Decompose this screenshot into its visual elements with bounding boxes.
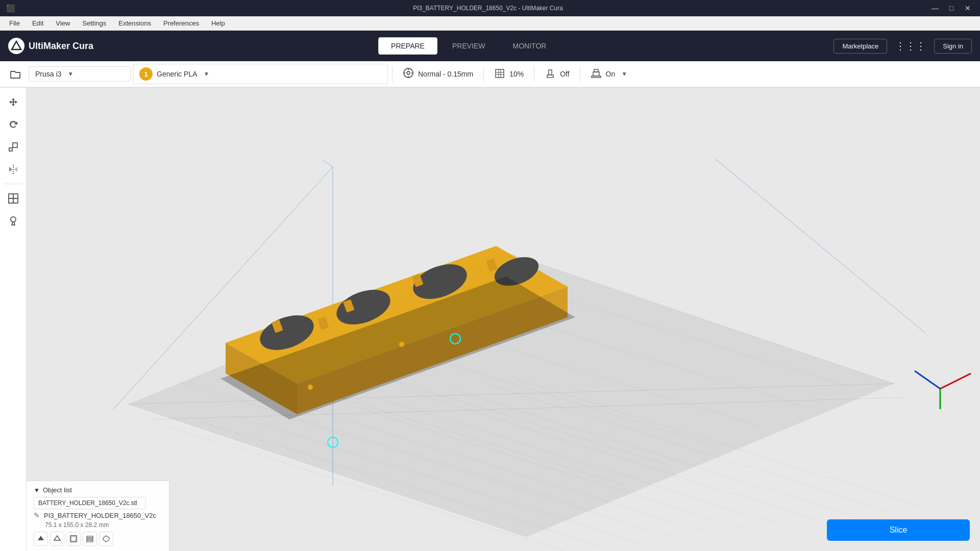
svg-rect-16 <box>594 69 598 72</box>
maximize-button[interactable]: □ <box>945 2 958 14</box>
minimize-button[interactable]: — <box>929 2 941 14</box>
view-perspective-button[interactable] <box>99 532 113 546</box>
move-icon <box>8 96 19 108</box>
object-list-label: Object list <box>43 486 72 494</box>
multiply-tool-button[interactable] <box>3 188 23 209</box>
object-list-header[interactable]: ▼ Object list <box>34 486 162 494</box>
window-controls: — □ ✕ <box>929 2 974 14</box>
open-folder-button[interactable] <box>4 63 27 85</box>
tab-prepare[interactable]: PREPARE <box>378 37 437 55</box>
marketplace-button[interactable]: Marketplace <box>834 39 887 54</box>
svg-marker-76 <box>38 536 44 540</box>
separator-3 <box>534 66 534 82</box>
nav-tabs: PREPARE PREVIEW MONITOR <box>110 37 827 55</box>
view-layers-button[interactable] <box>83 532 97 546</box>
support-paint-icon <box>8 215 19 227</box>
grid-apps-icon[interactable]: ⋮⋮⋮ <box>893 38 928 54</box>
folder-icon <box>10 68 21 80</box>
svg-marker-0 <box>12 41 21 49</box>
svg-rect-17 <box>9 148 12 151</box>
printer-selector[interactable]: Prusa i3 ▼ <box>29 66 131 82</box>
main-content: ▼ Object list BATTERY_HOLDER_18650_V2c.s… <box>0 88 980 551</box>
svg-marker-20 <box>9 167 12 172</box>
edit-name-icon[interactable]: ✎ <box>34 511 40 519</box>
svg-rect-7 <box>496 69 504 78</box>
svg-point-71 <box>308 385 313 390</box>
material-name: Generic PLA <box>157 70 197 78</box>
profile-selector[interactable]: Normal - 0.15mm <box>397 64 479 84</box>
menu-file[interactable]: File <box>4 17 25 29</box>
adhesion-value: On <box>606 70 616 78</box>
viewport-3d[interactable] <box>27 88 980 551</box>
slice-button[interactable]: Slice <box>827 519 970 541</box>
material-dropdown-arrow: ▼ <box>203 70 209 78</box>
logo-icon <box>8 38 24 54</box>
separator-2 <box>483 66 484 82</box>
mirror-tool-button[interactable] <box>3 159 23 180</box>
support-icon <box>545 68 556 81</box>
support-selector[interactable]: Off <box>538 65 575 84</box>
support-paint-button[interactable] <box>3 211 23 231</box>
svg-point-72 <box>399 342 404 347</box>
object-filename: BATTERY_HOLDER_18650_V2c.stl <box>38 499 137 507</box>
menu-view[interactable]: View <box>51 17 75 29</box>
object-dimensions: 75.1 x 155.0 x 28.2 mm <box>45 521 162 529</box>
svg-rect-22 <box>9 194 13 198</box>
close-button[interactable]: ✕ <box>962 2 974 14</box>
material-selector[interactable]: 1 Generic PLA ▼ <box>133 64 388 84</box>
rotate-tool-button[interactable] <box>3 114 23 135</box>
main-toolbar: UltiMaker Cura PREPARE PREVIEW MONITOR M… <box>0 31 980 61</box>
tool-divider <box>4 184 22 184</box>
infill-density-icon <box>494 68 505 79</box>
menu-help[interactable]: Help <box>206 17 230 29</box>
printer-dropdown-arrow: ▼ <box>67 70 74 78</box>
adhesion-icon <box>591 68 602 79</box>
view-mode-icons <box>34 532 162 546</box>
svg-marker-77 <box>54 536 60 540</box>
adhesion-dropdown-arrow: ▼ <box>621 70 627 78</box>
svg-point-26 <box>11 217 16 222</box>
signin-button[interactable]: Sign in <box>934 39 972 54</box>
adhesion-icon <box>591 68 602 81</box>
object-display-name: PI3_BATTERY_HOLDER_18650_V2c <box>44 512 156 519</box>
menu-edit[interactable]: Edit <box>27 17 48 29</box>
menu-preferences[interactable]: Preferences <box>158 17 204 29</box>
rotate-icon <box>8 119 19 130</box>
scale-tool-button[interactable] <box>3 137 23 157</box>
tab-monitor[interactable]: MONITOR <box>500 37 559 55</box>
toolbar-right: Marketplace ⋮⋮⋮ Sign in <box>834 38 972 54</box>
separator-4 <box>580 66 580 82</box>
view-xray-button[interactable] <box>66 532 81 546</box>
settings-bar: Prusa i3 ▼ 1 Generic PLA ▼ Normal - 0.15… <box>0 61 980 88</box>
view-solid-button[interactable] <box>34 532 48 546</box>
support-value: Off <box>560 70 569 78</box>
mirror-icon <box>8 164 19 175</box>
menu-settings[interactable]: Settings <box>77 17 111 29</box>
ultimaker-logo-svg <box>11 40 22 52</box>
profile-icon <box>403 67 414 81</box>
separator-1 <box>392 66 393 82</box>
profile-name: Normal - 0.15mm <box>418 70 473 78</box>
svg-rect-80 <box>87 536 93 538</box>
app-name: UltiMaker Cura <box>29 41 93 52</box>
object-name-row: ✎ PI3_BATTERY_HOLDER_18650_V2c <box>34 511 162 519</box>
profile-settings-icon <box>403 67 414 79</box>
wireframe-view-icon <box>53 535 61 543</box>
view-wireframe-button[interactable] <box>50 532 64 546</box>
svg-marker-83 <box>103 536 109 542</box>
svg-point-2 <box>407 71 410 74</box>
logo-area: UltiMaker Cura <box>8 38 93 54</box>
left-toolbar <box>0 88 27 551</box>
infill-selector[interactable]: 10% <box>488 65 530 84</box>
infill-icon <box>494 68 505 81</box>
printer-name: Prusa i3 <box>35 70 61 78</box>
svg-rect-81 <box>87 538 93 540</box>
object-file-item[interactable]: BATTERY_HOLDER_18650_V2c.stl <box>34 497 146 509</box>
adhesion-selector[interactable]: On ▼ <box>584 65 634 84</box>
svg-rect-25 <box>13 198 18 203</box>
svg-marker-21 <box>14 167 17 172</box>
move-tool-button[interactable] <box>3 92 23 112</box>
tab-preview[interactable]: PREVIEW <box>439 37 498 55</box>
object-list-collapse-icon: ▼ <box>34 487 40 494</box>
menu-extensions[interactable]: Extensions <box>113 17 156 29</box>
